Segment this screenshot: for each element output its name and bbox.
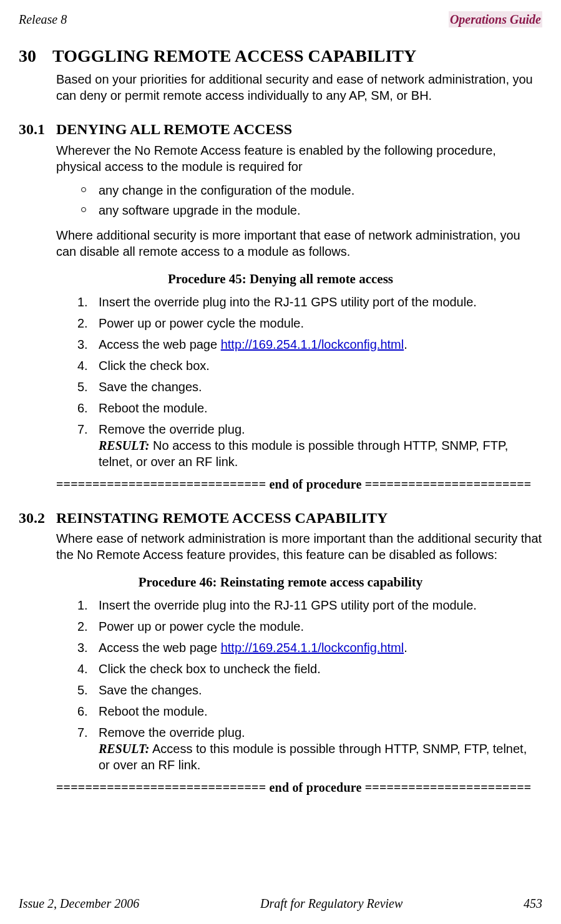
step-number: 4. <box>77 661 99 677</box>
step-text: Click the check box to uncheck the field… <box>99 661 536 677</box>
step-text: Remove the override plug.RESULT: Access … <box>99 724 536 773</box>
step-text: Power up or power cycle the module. <box>99 315 536 331</box>
procedure-title: Procedure 45: Denying all remote access <box>19 271 542 288</box>
step-text: Access the web page http://169.254.1.1/l… <box>99 336 536 353</box>
step-number: 2. <box>77 618 99 635</box>
bullet-text: any software upgrade in the module. <box>99 202 301 218</box>
list-item: 3.Access the web page http://169.254.1.1… <box>77 336 536 353</box>
page: Release 8 Operations Guide 30 TOGGLING R… <box>0 0 561 924</box>
section-number: 30.1 <box>19 120 56 139</box>
step-text: Reboot the module. <box>99 400 536 416</box>
list-item: any software upgrade in the module. <box>81 202 542 218</box>
bullet-text: any change in the configuration of the m… <box>99 182 354 198</box>
result-label: RESULT: <box>99 439 150 452</box>
list-item: 5.Save the changes. <box>77 379 536 395</box>
result-label: RESULT: <box>99 742 150 756</box>
step-number: 7. <box>77 421 99 470</box>
footer-left: Issue 2, December 2006 <box>19 895 139 912</box>
bullet-icon <box>81 207 86 212</box>
step-number: 1. <box>77 597 99 613</box>
bullet-icon <box>81 187 86 192</box>
list-item: 2.Power up or power cycle the module. <box>77 315 536 331</box>
header-left: Release 8 <box>19 11 67 27</box>
list-item: 1.Insert the override plug into the RJ-1… <box>77 597 536 613</box>
chapter-heading: 30 TOGGLING REMOTE ACCESS CAPABILITY <box>19 45 542 67</box>
section-heading: 30.2 REINSTATING REMOTE ACCESS CAPABILIT… <box>19 508 542 528</box>
step-text: Access the web page http://169.254.1.1/l… <box>99 640 536 656</box>
list-item: 4.Click the check box to uncheck the fie… <box>77 661 536 677</box>
section-paragraph: Where additional security is more import… <box>56 227 542 260</box>
step-text: Insert the override plug into the RJ-11 … <box>99 294 536 310</box>
list-item: 5.Save the changes. <box>77 682 536 698</box>
list-item: 7.Remove the override plug.RESULT: No ac… <box>77 421 536 470</box>
step-text: Save the changes. <box>99 682 536 698</box>
procedure-steps: 1.Insert the override plug into the RJ-1… <box>77 294 536 470</box>
step-text: Power up or power cycle the module. <box>99 618 536 635</box>
section-number: 30.2 <box>19 508 56 528</box>
step-number: 5. <box>77 379 99 395</box>
step-number: 1. <box>77 294 99 310</box>
page-header: Release 8 Operations Guide <box>19 11 542 27</box>
procedure-title: Procedure 46: Reinstating remote access … <box>19 574 542 591</box>
list-item: 6.Reboot the module. <box>77 703 536 719</box>
step-text: Click the check box. <box>99 357 536 374</box>
section-paragraph: Where ease of network administration is … <box>56 530 542 563</box>
step-number: 3. <box>77 640 99 656</box>
section-paragraph: Wherever the No Remote Access feature is… <box>56 142 542 175</box>
list-item: 1.Insert the override plug into the RJ-1… <box>77 294 536 310</box>
chapter-title: TOGGLING REMOTE ACCESS CAPABILITY <box>52 45 416 67</box>
list-item: 3.Access the web page http://169.254.1.1… <box>77 640 536 656</box>
bullet-list: any change in the configuration of the m… <box>81 182 542 218</box>
procedure-steps: 1.Insert the override plug into the RJ-1… <box>77 597 536 773</box>
header-right: Operations Guide <box>449 11 542 27</box>
lockconfig-link[interactable]: http://169.254.1.1/lockconfig.html <box>221 641 404 654</box>
step-number: 6. <box>77 703 99 719</box>
end-of-procedure: ============================= end of pro… <box>56 779 542 795</box>
list-item: 2.Power up or power cycle the module. <box>77 618 536 635</box>
list-item: 6.Reboot the module. <box>77 400 536 416</box>
step-text: Insert the override plug into the RJ-11 … <box>99 597 536 613</box>
step-number: 3. <box>77 336 99 353</box>
list-item: 4.Click the check box. <box>77 357 536 374</box>
section-title: REINSTATING REMOTE ACCESS CAPABILITY <box>56 508 388 528</box>
step-text: Remove the override plug.RESULT: No acce… <box>99 421 536 470</box>
step-number: 4. <box>77 357 99 374</box>
step-number: 5. <box>77 682 99 698</box>
list-item: any change in the configuration of the m… <box>81 182 542 198</box>
step-number: 6. <box>77 400 99 416</box>
intro-paragraph: Based on your priorities for additional … <box>56 71 542 104</box>
page-footer: Issue 2, December 2006 Draft for Regulat… <box>19 895 542 912</box>
footer-right: 453 <box>524 895 542 912</box>
step-number: 2. <box>77 315 99 331</box>
section-heading: 30.1 DENYING ALL REMOTE ACCESS <box>19 120 542 139</box>
step-text: Reboot the module. <box>99 703 536 719</box>
chapter-number: 30 <box>19 45 52 67</box>
list-item: 7.Remove the override plug.RESULT: Acces… <box>77 724 536 773</box>
end-of-procedure: ============================= end of pro… <box>56 476 542 492</box>
footer-center: Draft for Regulatory Review <box>260 895 402 912</box>
lockconfig-link[interactable]: http://169.254.1.1/lockconfig.html <box>221 338 404 351</box>
step-number: 7. <box>77 724 99 773</box>
section-title: DENYING ALL REMOTE ACCESS <box>56 120 292 139</box>
step-text: Save the changes. <box>99 379 536 395</box>
